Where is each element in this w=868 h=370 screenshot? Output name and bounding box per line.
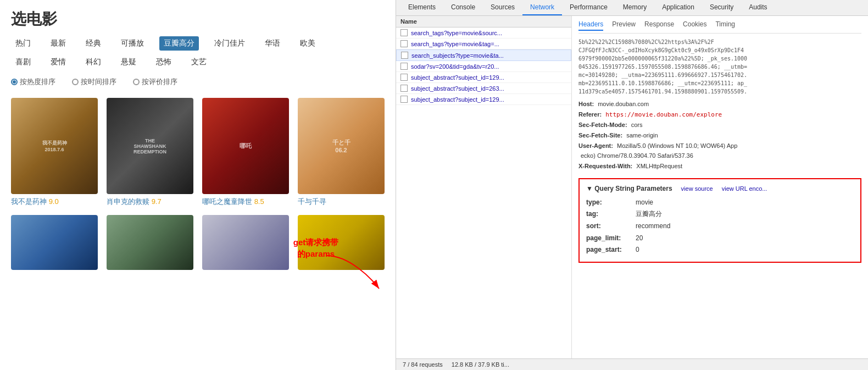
request-count: 7 / 84 requests [403, 361, 443, 368]
network-checkbox-5[interactable] [400, 74, 408, 81]
network-name-2: search_tags?type=movie&tag=... [411, 41, 567, 47]
movie-card-1[interactable]: 我不是药神2018.7.6 我不是药神 9.0 [11, 98, 98, 207]
nav-scifi[interactable]: 科幻 [81, 55, 105, 69]
movie-card-2[interactable]: THESHAWSHANKREDEMPTION 肖申克的救赎 9.7 [107, 98, 193, 207]
network-name-6: subject_abstract?subject_id=263... [411, 85, 567, 92]
radio-score-icon [133, 79, 140, 85]
request-details: Headers Preview Response Cookies Timing … [572, 16, 868, 358]
network-checkbox-2[interactable] [400, 40, 408, 47]
network-checkbox-1[interactable] [400, 29, 408, 36]
qsp-title: ▼ Query String Parameters [586, 185, 672, 192]
nav-playable[interactable]: 可播放 [116, 36, 148, 51]
nav-douban-high[interactable]: 豆瓣高分 [159, 36, 199, 51]
network-list: Name search_tags?type=movie&sourc... sea… [396, 16, 572, 358]
poster-4: 千と千06.2 [298, 98, 385, 194]
network-name-1: search_tags?type=movie&sourc... [411, 30, 567, 36]
qsp-view-source[interactable]: view source [681, 185, 713, 192]
detail-tab-preview[interactable]: Preview [612, 20, 636, 31]
nav-suspense[interactable]: 悬疑 [116, 55, 141, 69]
radio-hot-icon [11, 79, 18, 85]
poster-1: 我不是药神2018.7.6 [11, 98, 98, 194]
network-name-3: search_subjects?type=movie&ta... [411, 52, 566, 59]
tab-application[interactable]: Application [654, 0, 702, 15]
annotation-arrow [316, 250, 387, 300]
tab-audits[interactable]: Audits [741, 0, 775, 15]
network-checkbox-7[interactable] [400, 96, 408, 103]
qsp-view-url[interactable]: view URL enco... [722, 185, 767, 192]
headers-section: 5b%22%22%2C15988%7080%2C%22https%3A%2F%2… [578, 38, 861, 172]
devtools-panel: Elements Console Sources Network Perform… [396, 0, 868, 370]
movie-title-1: 我不是药神 9.0 [11, 197, 98, 207]
network-list-header: Name [396, 16, 571, 27]
qsp-param-sort: sort: recommend [586, 220, 854, 233]
nav-new[interactable]: 最新 [46, 36, 70, 51]
qsp-param-page-start: page_start: 0 [586, 244, 854, 256]
qsp-param-type: type: movie [586, 197, 854, 209]
network-row-7[interactable]: subject_abstract?subject_id=129... [396, 94, 571, 105]
nav-row-1: 热门 最新 经典 可播放 豆瓣高分 冷门佳片 华语 欧美 [0, 34, 396, 53]
nav-horror[interactable]: 恐怖 [152, 55, 176, 69]
xrw-row: X-Requested-With: XMLHttpRequest [578, 161, 861, 172]
tab-memory[interactable]: Memory [615, 0, 654, 15]
network-row-2[interactable]: search_tags?type=movie&tag=... [396, 38, 571, 49]
tab-security[interactable]: Security [702, 0, 741, 15]
nav-chinese[interactable]: 华语 [260, 36, 285, 51]
network-row-6[interactable]: subject_abstract?subject_id=263... [396, 83, 571, 94]
movie-title-4: 千与千寻 [298, 197, 385, 207]
fetch-mode-row: Sec-Fetch-Mode: cors [578, 120, 861, 130]
tab-network[interactable]: Network [522, 0, 562, 15]
movie-card-3[interactable]: 哪吒 哪吒之魔童降世 8.5 [202, 98, 289, 207]
poster-3: 哪吒 [202, 98, 289, 194]
nav-hot[interactable]: 热门 [11, 36, 35, 51]
detail-tab-timing[interactable]: Timing [715, 20, 735, 31]
qsp-param-tag: tag: 豆瓣高分 [586, 208, 854, 220]
devtools-body: Name search_tags?type=movie&sourc... sea… [396, 16, 868, 358]
movies-grid: 我不是药神2018.7.6 我不是药神 9.0 THESHAWSHANKREDE… [0, 92, 396, 212]
network-name-5: subject_abstract?subject_id=129... [411, 74, 567, 81]
movie-title-3: 哪吒之魔童降世 8.5 [202, 197, 289, 207]
network-checkbox-6[interactable] [400, 85, 408, 92]
transfer-size: 12.8 KB / 37.9 KB ti... [452, 361, 509, 368]
poster-text-5: 疯狂动物城 [11, 215, 98, 270]
poster-text-2: THESHAWSHANKREDEMPTION [107, 98, 193, 194]
sort-row: 按热度排序 按时间排序 按评价排序 [0, 71, 396, 92]
radio-time-icon [72, 79, 79, 85]
nav-comedy[interactable]: 喜剧 [11, 55, 35, 69]
user-agent-row: User-Agent: Mozilla/5.0 (Windows NT 10.0… [578, 141, 861, 151]
nav-row-2: 喜剧 爱情 科幻 悬疑 恐怖 文艺 [0, 53, 396, 71]
tab-sources[interactable]: Sources [483, 0, 522, 15]
tab-performance[interactable]: Performance [562, 0, 615, 15]
movie-card-4[interactable]: 千と千06.2 千与千寻 [298, 98, 385, 207]
nav-romance[interactable]: 爱情 [46, 55, 70, 69]
network-checkbox-4[interactable] [400, 63, 408, 70]
detail-tab-response[interactable]: Response [644, 20, 674, 31]
devtools-bottom-bar: 7 / 84 requests 12.8 KB / 37.9 KB ti... [396, 358, 868, 370]
host-row: Host: movie.douban.com [578, 99, 861, 109]
network-row-4[interactable]: sodar?sv=200&tid=gda&tv=r20... [396, 61, 571, 72]
network-checkbox-3[interactable] [401, 52, 408, 59]
network-row-3[interactable]: search_subjects?type=movie&ta... [396, 49, 571, 61]
sort-score[interactable]: 按评价排序 [133, 77, 177, 87]
network-row-1[interactable]: search_tags?type=movie&sourc... [396, 27, 571, 38]
tab-elements[interactable]: Elements [400, 0, 443, 15]
poster-text-3: 哪吒 [202, 98, 289, 194]
qsp-title-row: ▼ Query String Parameters view source vi… [586, 185, 854, 192]
devtools-tabs: Elements Console Sources Network Perform… [396, 0, 868, 16]
cookie-header: 5b%22%22%2C15988%7080%2C%22https%3A%2F%2… [578, 38, 861, 96]
sort-time[interactable]: 按时间排序 [72, 77, 116, 87]
nav-classic[interactable]: 经典 [81, 36, 105, 51]
network-name-4: sodar?sv=200&tid=gda&tv=r20... [411, 63, 567, 70]
nav-obscure[interactable]: 冷门佳片 [210, 36, 249, 51]
nav-art[interactable]: 文艺 [187, 55, 211, 69]
poster-2: THESHAWSHANKREDEMPTION [107, 98, 193, 194]
nav-western[interactable]: 欧美 [296, 36, 320, 51]
movie-card-5[interactable]: 疯狂动物城 [11, 215, 98, 270]
query-string-parameters-section: ▼ Query String Parameters view source vi… [578, 178, 861, 263]
tab-console[interactable]: Console [443, 0, 483, 15]
user-agent-row2: ecko) Chrome/78.0.3904.70 Safari/537.36 [578, 151, 861, 161]
detail-tab-headers[interactable]: Headers [578, 20, 603, 31]
network-row-5[interactable]: subject_abstract?subject_id=129... [396, 72, 571, 83]
sort-hot[interactable]: 按热度排序 [11, 77, 55, 87]
detail-tab-cookies[interactable]: Cookies [683, 20, 706, 31]
page-title: 选电影 [0, 0, 396, 34]
